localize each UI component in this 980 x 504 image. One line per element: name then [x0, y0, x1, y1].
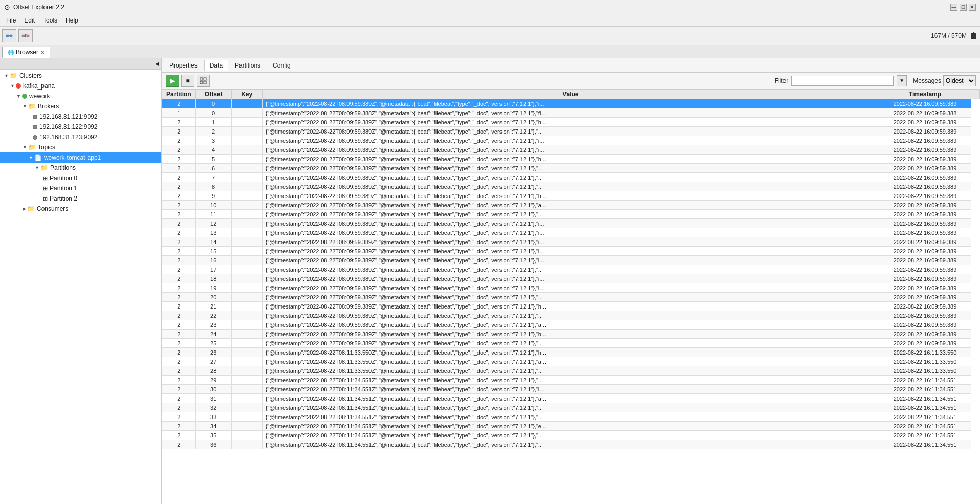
menu-file[interactable]: File [2, 16, 20, 25]
tab-config[interactable]: Config [267, 60, 296, 71]
wework-status-icon [22, 94, 27, 99]
cell-value: {"@timestamp":"2022-08-22T08:09:59.389Z"… [262, 145, 879, 155]
tab-browser[interactable]: 🌐 Browser ✕ [2, 47, 50, 58]
table-row[interactable]: 217{"@timestamp":"2022-08-22T08:09:59.38… [162, 265, 980, 274]
table-row[interactable]: 231{"@timestamp":"2022-08-22T08:11:34.55… [162, 394, 980, 403]
tree-area: ▼ 📁 Clusters ▼ kafka_pana ▼ wework [0, 70, 161, 215]
data-toolbar: ▶ ■ Filter ▼ Messages Oldest Newest [162, 73, 980, 89]
table-row[interactable]: 222{"@timestamp":"2022-08-22T08:09:59.38… [162, 311, 980, 320]
cell-key [231, 173, 262, 182]
minimize-button[interactable]: — [950, 4, 957, 11]
filter-input[interactable] [791, 76, 894, 86]
table-row[interactable]: 22{"@timestamp":"2022-08-22T08:09:59.389… [162, 127, 980, 136]
table-row[interactable]: 236{"@timestamp":"2022-08-22T08:11:34.55… [162, 440, 980, 449]
cell-value: {"@timestamp":"2022-08-22T08:09:59.389Z"… [262, 311, 879, 320]
play-button[interactable]: ▶ [166, 75, 179, 87]
table-row[interactable]: 215{"@timestamp":"2022-08-22T08:09:59.38… [162, 247, 980, 256]
table-row[interactable]: 232{"@timestamp":"2022-08-22T08:11:34.55… [162, 403, 980, 412]
tab-browser-close[interactable]: ✕ [40, 50, 45, 55]
trash-icon[interactable]: 🗑 [970, 31, 978, 40]
table-row[interactable]: 218{"@timestamp":"2022-08-22T08:09:59.38… [162, 274, 980, 283]
table-row[interactable]: 226{"@timestamp":"2022-08-22T08:11:33.55… [162, 348, 980, 357]
tab-data[interactable]: Data [204, 60, 228, 71]
brokers-label: Brokers [38, 103, 59, 110]
table-row[interactable]: 213{"@timestamp":"2022-08-22T08:09:59.38… [162, 228, 980, 237]
table-view-button[interactable] [197, 75, 210, 87]
table-row[interactable]: 234{"@timestamp":"2022-08-22T08:11:34.55… [162, 422, 980, 431]
table-row[interactable]: 20{"@timestamp":"2022-08-22T08:09:59.389… [162, 99, 980, 108]
tree-item-consumers[interactable]: ▶ 📁 Consumers [0, 204, 161, 214]
left-panel: ◀ ▼ 📁 Clusters ▼ kafka_pana ▼ [0, 58, 162, 504]
tree-item-clusters[interactable]: ▼ 📁 Clusters [0, 71, 161, 81]
cell-partition: 2 [162, 247, 196, 256]
table-row[interactable]: 221{"@timestamp":"2022-08-22T08:09:59.38… [162, 302, 980, 311]
table-row[interactable]: 220{"@timestamp":"2022-08-22T08:09:59.38… [162, 293, 980, 302]
table-row[interactable]: 233{"@timestamp":"2022-08-22T08:11:34.55… [162, 412, 980, 422]
table-row[interactable]: 214{"@timestamp":"2022-08-22T08:09:59.38… [162, 237, 980, 247]
tree-item-partition-1[interactable]: ⊞ Partition 1 [0, 183, 161, 193]
cell-timestamp: 2022-08-22 16:09:59.389 [879, 237, 971, 247]
maximize-button[interactable]: ☐ [960, 4, 967, 11]
table-row[interactable]: 216{"@timestamp":"2022-08-22T08:09:59.38… [162, 256, 980, 265]
disconnect-button[interactable] [18, 29, 33, 42]
tree-item-broker-3[interactable]: 192.168.31.123:9092 [0, 132, 161, 142]
stop-button[interactable]: ■ [181, 75, 194, 87]
cell-partition: 2 [162, 339, 196, 348]
table-row[interactable]: 24{"@timestamp":"2022-08-22T08:09:59.389… [162, 145, 980, 155]
cell-key [231, 99, 262, 108]
table-row[interactable]: 26{"@timestamp":"2022-08-22T08:09:59.389… [162, 164, 980, 173]
table-row[interactable]: 28{"@timestamp":"2022-08-22T08:09:59.389… [162, 182, 980, 191]
cell-value: {"@timestamp":"2022-08-22T08:09:59.389Z"… [262, 136, 879, 145]
menu-tools[interactable]: Tools [39, 16, 61, 25]
table-row[interactable]: 229{"@timestamp":"2022-08-22T08:11:34.55… [162, 376, 980, 385]
filter-arrow-button[interactable]: ▼ [897, 75, 907, 86]
cell-timestamp: 2022-08-22 16:09:59.389 [879, 256, 971, 265]
cell-value: {"@timestamp":"2022-08-22T08:11:34.551Z"… [262, 440, 879, 449]
table-row[interactable]: 27{"@timestamp":"2022-08-22T08:09:59.389… [162, 173, 980, 182]
table-row[interactable]: 23{"@timestamp":"2022-08-22T08:09:59.389… [162, 136, 980, 145]
table-row[interactable]: 25{"@timestamp":"2022-08-22T08:09:59.389… [162, 155, 980, 164]
table-row[interactable]: 219{"@timestamp":"2022-08-22T08:09:59.38… [162, 283, 980, 293]
tree-item-wework[interactable]: ▼ wework [0, 91, 161, 101]
table-row[interactable]: 223{"@timestamp":"2022-08-22T08:09:59.38… [162, 320, 980, 330]
svg-rect-7 [200, 78, 203, 80]
cell-value: {"@timestamp":"2022-08-22T08:09:59.389Z"… [262, 164, 879, 173]
tree-item-broker-1[interactable]: 192.168.31.121:9092 [0, 112, 161, 122]
cell-key [231, 366, 262, 376]
col-partition: Partition [162, 90, 196, 99]
menu-help[interactable]: Help [61, 16, 82, 25]
cell-partition: 2 [162, 256, 196, 265]
tree-item-partition-0[interactable]: ⊞ Partition 0 [0, 173, 161, 183]
messages-select[interactable]: Oldest Newest Custom [943, 75, 976, 86]
tree-item-partitions-folder[interactable]: ▼ 📁 Partitions [0, 163, 161, 173]
tree-item-brokers[interactable]: ▼ 📁 Brokers [0, 101, 161, 112]
menu-edit[interactable]: Edit [20, 16, 39, 25]
table-row[interactable]: 212{"@timestamp":"2022-08-22T08:09:59.38… [162, 219, 980, 228]
table-row[interactable]: 21{"@timestamp":"2022-08-22T08:09:59.389… [162, 118, 980, 127]
tab-partitions[interactable]: Partitions [229, 60, 266, 71]
tree-item-kafka-pana[interactable]: ▼ kafka_pana [0, 81, 161, 91]
table-row[interactable]: 227{"@timestamp":"2022-08-22T08:11:33.55… [162, 357, 980, 366]
tree-item-broker-2[interactable]: 192.168.31.122:9092 [0, 122, 161, 132]
table-row[interactable]: 211{"@timestamp":"2022-08-22T08:09:59.38… [162, 210, 980, 219]
table-row[interactable]: 225{"@timestamp":"2022-08-22T08:09:59.38… [162, 339, 980, 348]
table-row[interactable]: 235{"@timestamp":"2022-08-22T08:11:34.55… [162, 431, 980, 440]
cell-offset: 18 [195, 274, 231, 283]
tree-item-topics[interactable]: ▼ 📁 Topics [0, 142, 161, 152]
table-row[interactable]: 224{"@timestamp":"2022-08-22T08:09:59.38… [162, 330, 980, 339]
table-row[interactable]: 29{"@timestamp":"2022-08-22T08:09:59.389… [162, 191, 980, 201]
cell-offset: 23 [195, 320, 231, 330]
cell-timestamp: 2022-08-22 16:09:59.389 [879, 145, 971, 155]
table-row[interactable]: 228{"@timestamp":"2022-08-22T08:11:33.55… [162, 366, 980, 376]
connect-button[interactable] [2, 29, 16, 42]
cell-value: {"@timestamp":"2022-08-22T08:11:34.551Z"… [262, 394, 879, 403]
table-row[interactable]: 10{"@timestamp":"2022-08-22T08:09:59.388… [162, 108, 980, 118]
tab-properties[interactable]: Properties [164, 60, 203, 71]
table-row[interactable]: 210{"@timestamp":"2022-08-22T08:09:59.38… [162, 201, 980, 210]
tree-item-topic-wework-tomcat-app1[interactable]: ▼ 📄 wework-tomcat-app1 [0, 152, 161, 163]
table-row[interactable]: 230{"@timestamp":"2022-08-22T08:11:34.55… [162, 385, 980, 394]
collapse-left-icon[interactable]: ◀ [155, 61, 159, 67]
cell-timestamp: 2022-08-22 16:09:59.389 [879, 311, 971, 320]
close-button[interactable]: ✕ [969, 4, 976, 11]
tree-item-partition-2[interactable]: ⊞ Partition 2 [0, 193, 161, 204]
